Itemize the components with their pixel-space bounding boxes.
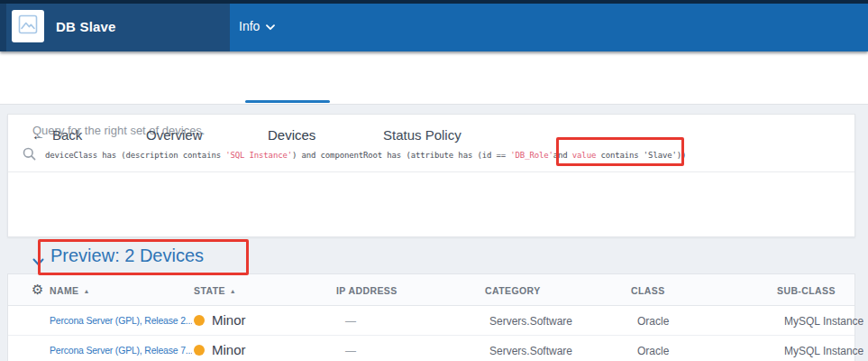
minor-status-icon (194, 345, 205, 356)
app-header: DB Slave Info (0, 0, 868, 51)
chevron-down-icon (266, 19, 275, 33)
device-query-input[interactable]: deviceClass has (description contains 'S… (23, 144, 845, 166)
app-header-top-strip (0, 0, 868, 4)
device-group-avatar (12, 10, 44, 42)
page-title: DB Slave (56, 19, 116, 34)
tab-overview[interactable]: Overview (146, 127, 203, 143)
table-row[interactable]: Percona Server (GPL), Release 7... Minor… (8, 335, 854, 361)
page: DB Slave Info ← Back Overview Devices St… (0, 0, 868, 361)
tab-bar: ← Back Overview Devices Status Policy (0, 51, 868, 105)
sort-asc-icon: ▲ (230, 288, 236, 294)
chevron-down-icon (32, 254, 44, 269)
back-button[interactable]: ← Back (32, 127, 82, 143)
search-icon (23, 147, 36, 164)
app-header-left-edge (0, 0, 6, 51)
info-dropdown-label: Info (239, 19, 260, 33)
preview-devices-heading[interactable]: Preview: 2 Devices (50, 245, 204, 266)
sort-asc-icon: ▲ (84, 288, 90, 294)
column-header-name[interactable]: NAME▲ (50, 285, 90, 296)
query-underline-divider (8, 171, 854, 172)
minor-status-icon (194, 315, 205, 326)
query-token-keyword: value (572, 151, 596, 160)
device-ip-address: — (345, 315, 356, 328)
query-token: deviceClass has (description contains (45, 151, 225, 160)
back-arrow-icon: ← (32, 127, 45, 143)
back-button-label: Back (52, 127, 82, 143)
device-state: Minor (212, 342, 246, 357)
device-class: Oracle (637, 345, 669, 357)
query-token-string: 'SQL Instance' (225, 151, 292, 160)
column-header-category[interactable]: CATEGORY (485, 285, 541, 296)
column-header-ip-address[interactable]: IP ADDRESS (336, 285, 397, 296)
column-header-class[interactable]: CLASS (631, 285, 665, 296)
query-expression: deviceClass has (description contains 'S… (45, 151, 686, 160)
query-token: and (553, 151, 572, 160)
active-tab-indicator (245, 100, 330, 103)
device-class: Oracle (637, 315, 669, 328)
query-token: contains 'Slave')) (596, 151, 686, 160)
device-ip-address: — (345, 345, 356, 357)
image-icon (18, 14, 38, 38)
tab-devices[interactable]: Devices (268, 127, 315, 143)
device-sub-class: MySQL Instance (784, 315, 863, 328)
device-category: Servers.Software (489, 315, 572, 328)
query-token: ) and componentRoot has (attribute has (… (292, 151, 510, 160)
device-name-link[interactable]: Percona Server (GPL), Release 2... (50, 315, 192, 326)
query-token-string: 'DB_Role' (510, 151, 553, 160)
device-state: Minor (212, 312, 246, 328)
device-sub-class: MySQL Instance (784, 345, 863, 357)
devices-table: ⚙ NAME▲ STATE▲ IP ADDRESS CATEGORY CLASS… (7, 273, 855, 361)
device-category: Servers.Software (489, 345, 572, 357)
table-header-row: ⚙ NAME▲ STATE▲ IP ADDRESS CATEGORY CLASS… (8, 274, 854, 306)
tab-status-policy[interactable]: Status Policy (383, 127, 461, 143)
info-dropdown[interactable]: Info (239, 19, 275, 33)
table-row[interactable]: Percona Server (GPL), Release 2... Minor… (8, 306, 854, 335)
device-name-link[interactable]: Percona Server (GPL), Release 7... (50, 345, 192, 356)
column-header-sub-class[interactable]: SUB-CLASS (777, 285, 836, 296)
preview-collapse-toggle[interactable] (32, 254, 44, 270)
column-header-state[interactable]: STATE▲ (194, 285, 236, 296)
column-settings-gear-icon[interactable]: ⚙ (32, 282, 43, 297)
